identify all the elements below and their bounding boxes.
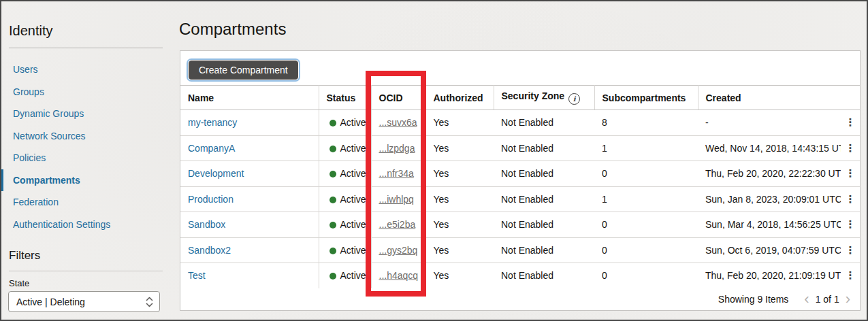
compartments-card: Create Compartment Name Status OCID Auth… — [180, 50, 861, 311]
status-dot-icon — [329, 171, 336, 178]
ocid-link[interactable]: ...e5i2ba — [379, 219, 416, 230]
page-title: Compartments — [179, 20, 286, 39]
ocid-link[interactable]: ...h4aqcq — [379, 270, 419, 281]
created-cell: Thu, Feb 20, 2020, 21:09:19 UTC — [698, 263, 841, 289]
security-zone-cell: Not Enabled — [494, 237, 594, 263]
ocid-link[interactable]: ...nfr34a — [379, 168, 414, 179]
state-filter-select[interactable]: Active | Deleting — [8, 291, 160, 312]
state-filter-label: State — [9, 278, 29, 288]
sidebar: Identity Users Groups Dynamic Groups Net… — [1, 1, 168, 320]
created-cell: Sun, Jan 8, 2023, 20:09:01 UTC — [698, 186, 841, 212]
filters-divider — [9, 271, 163, 271]
table-row: my-tenancy Active ...suvx6a Yes Not Enab… — [180, 110, 860, 136]
col-header-actions — [841, 86, 860, 110]
row-actions-menu-icon[interactable]: ⋮ — [841, 218, 860, 231]
compartment-name-link[interactable]: my-tenancy — [188, 117, 237, 128]
subcompartments-cell: 0 — [594, 263, 698, 289]
col-header-status[interactable]: Status — [319, 86, 371, 110]
create-compartment-button[interactable]: Create Compartment — [189, 61, 298, 80]
status-text: Active — [340, 168, 366, 179]
authorized-cell: Yes — [425, 186, 494, 212]
table-row: Development Active ...nfr34a Yes Not Ena… — [180, 161, 860, 187]
status-dot-icon — [329, 146, 336, 152]
table-header-row: Name Status OCID Authorized Security Zon… — [180, 86, 860, 110]
sidebar-item-users[interactable]: Users — [1, 58, 168, 81]
compartment-name-link[interactable]: Sandbox — [188, 219, 225, 230]
created-cell: Sun, Mar 4, 2018, 14:56:25 UTC — [698, 212, 841, 238]
row-actions-menu-icon[interactable]: ⋮ — [841, 142, 860, 154]
row-actions-menu-icon[interactable]: ⋮ — [841, 167, 860, 180]
col-header-authorized[interactable]: Authorized — [425, 86, 494, 110]
authorized-cell: Yes — [425, 212, 494, 238]
status-dot-icon — [329, 197, 336, 203]
subcompartments-cell: 0 — [594, 237, 698, 263]
filters-title: Filters — [9, 249, 40, 263]
security-zone-cell: Not Enabled — [494, 186, 594, 212]
subcompartments-cell: 0 — [594, 212, 698, 238]
compartment-name-link[interactable]: Production — [188, 194, 234, 205]
sidebar-title: Identity — [9, 23, 52, 39]
col-header-created[interactable]: Created — [698, 86, 841, 110]
authorized-cell: Yes — [425, 161, 494, 187]
compartment-name-link[interactable]: Test — [188, 270, 206, 281]
items-count: Showing 9 Items — [718, 294, 789, 305]
table-row: Sandbox2 Active ...gys2bq Yes Not Enable… — [180, 237, 860, 263]
status-text: Active — [340, 270, 366, 281]
info-icon[interactable]: i — [568, 93, 580, 105]
created-cell: Sun, Oct 6, 2019, 04:07:59 UTC — [698, 237, 841, 263]
status-text: Active — [340, 143, 366, 154]
status-dot-icon — [329, 222, 336, 229]
compartment-name-link[interactable]: Development — [188, 168, 244, 179]
status-dot-icon — [329, 248, 336, 254]
sidebar-item-federation[interactable]: Federation — [1, 191, 168, 214]
status-dot-icon — [329, 120, 336, 126]
select-stepper-icon — [146, 296, 153, 308]
table-row: CompanyA Active ...lzpdga Yes Not Enable… — [180, 135, 860, 161]
table-row: Test Active ...h4aqcq Yes Not Enabled 0 … — [180, 263, 860, 289]
security-zone-cell: Not Enabled — [494, 110, 594, 136]
status-text: Active — [340, 194, 366, 205]
next-page-icon[interactable]: › — [846, 292, 850, 306]
state-filter-value: Active | Deleting — [16, 297, 85, 307]
ocid-link[interactable]: ...suvx6a — [379, 117, 417, 128]
sidebar-divider — [9, 48, 163, 48]
sidebar-nav: Users Groups Dynamic Groups Network Sour… — [1, 58, 168, 235]
sidebar-item-groups[interactable]: Groups — [1, 81, 168, 103]
subcompartments-cell: 1 — [594, 135, 698, 161]
sidebar-item-authentication-settings[interactable]: Authentication Settings — [1, 214, 168, 236]
ocid-link[interactable]: ...lzpdga — [379, 143, 415, 154]
row-actions-menu-icon[interactable]: ⋮ — [841, 193, 860, 205]
col-header-security-zone[interactable]: Security Zonei — [494, 86, 594, 110]
ocid-link[interactable]: ...iwhlpq — [379, 194, 414, 205]
ocid-link[interactable]: ...gys2bq — [379, 245, 418, 256]
col-header-subcompartments[interactable]: Subcompartments — [594, 86, 698, 110]
security-zone-cell: Not Enabled — [494, 135, 594, 161]
page-indicator: 1 of 1 — [816, 294, 839, 305]
compartments-table: Name Status OCID Authorized Security Zon… — [180, 85, 860, 289]
col-header-name[interactable]: Name — [180, 86, 319, 110]
col-header-ocid[interactable]: OCID — [371, 86, 425, 110]
sidebar-item-network-sources[interactable]: Network Sources — [1, 125, 168, 148]
sidebar-item-policies[interactable]: Policies — [1, 147, 168, 169]
created-cell: Wed, Nov 14, 2018, 14:43:15 UTC — [698, 135, 841, 161]
compartment-name-link[interactable]: CompanyA — [188, 143, 235, 154]
compartment-name-link[interactable]: Sandbox2 — [188, 245, 231, 256]
authorized-cell: Yes — [425, 110, 494, 136]
sidebar-item-compartments[interactable]: Compartments — [1, 169, 168, 192]
status-text: Active — [340, 219, 366, 230]
security-zone-cell: Not Enabled — [494, 263, 594, 289]
table-row: Production Active ...iwhlpq Yes Not Enab… — [180, 186, 860, 212]
prev-page-icon[interactable]: ‹ — [804, 292, 809, 306]
row-actions-menu-icon[interactable]: ⋮ — [841, 116, 860, 129]
table-row: Sandbox Active ...e5i2ba Yes Not Enabled… — [180, 212, 860, 238]
row-actions-menu-icon[interactable]: ⋮ — [841, 269, 860, 282]
authorized-cell: Yes — [425, 237, 494, 263]
security-zone-cell: Not Enabled — [494, 161, 594, 187]
sidebar-item-dynamic-groups[interactable]: Dynamic Groups — [1, 103, 168, 125]
subcompartments-cell: 1 — [594, 186, 698, 212]
subcompartments-cell: 0 — [594, 161, 698, 187]
row-actions-menu-icon[interactable]: ⋮ — [841, 244, 860, 256]
status-dot-icon — [329, 273, 336, 280]
security-zone-label: Security Zone — [502, 90, 565, 101]
subcompartments-cell: 8 — [594, 110, 698, 136]
